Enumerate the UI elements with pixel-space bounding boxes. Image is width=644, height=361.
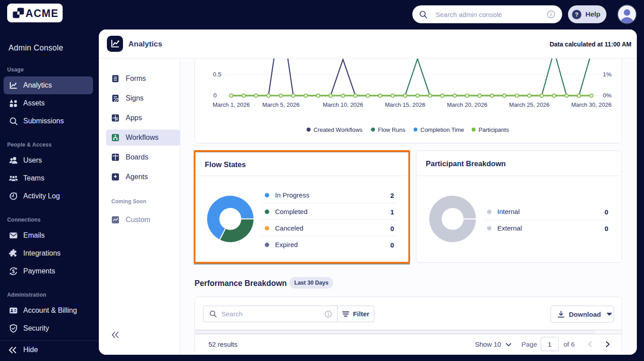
svg-text:0.5: 0.5: [213, 71, 221, 78]
svg-text:March 10, 2026: March 10, 2026: [323, 101, 363, 108]
svg-text:0%: 0%: [603, 92, 612, 99]
svg-text:Created Workflows: Created Workflows: [314, 126, 363, 133]
svg-text:March 5, 2026: March 5, 2026: [263, 101, 300, 108]
svg-text:Flow Runs: Flow Runs: [378, 126, 406, 133]
svg-text:Completion Time: Completion Time: [420, 126, 464, 133]
svg-text:March 30, 2026: March 30, 2026: [571, 101, 611, 108]
svg-text:1%: 1%: [603, 71, 612, 78]
svg-text:Participants: Participants: [479, 126, 509, 133]
svg-text:March 20, 2026: March 20, 2026: [447, 101, 487, 108]
svg-text:$: $: [12, 269, 15, 274]
svg-text:March 1, 2026: March 1, 2026: [212, 101, 250, 108]
svg-text:0: 0: [213, 92, 217, 99]
svg-text:March 25, 2026: March 25, 2026: [509, 101, 549, 108]
svg-text:March 15, 2026: March 15, 2026: [385, 101, 425, 108]
